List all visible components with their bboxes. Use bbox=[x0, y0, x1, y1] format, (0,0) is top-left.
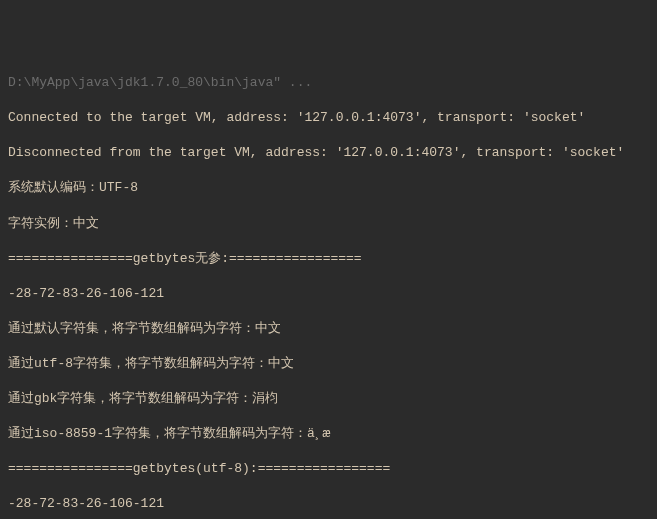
system-encoding-line: 系统默认编码：UTF-8 bbox=[8, 179, 649, 197]
section-title-1: ================getbytes(utf-8):========… bbox=[8, 460, 649, 478]
section-bytes-1: -28-72-83-26-106-121 bbox=[8, 495, 649, 513]
section-bytes-0: -28-72-83-26-106-121 bbox=[8, 285, 649, 303]
decode-utf8-0: 通过utf-8字符集，将字节数组解码为字符：中文 bbox=[8, 355, 649, 373]
section-title-0: ================getbytes无参:=============… bbox=[8, 250, 649, 268]
vm-disconnected-line: Disconnected from the target VM, address… bbox=[8, 144, 649, 162]
decode-iso-0: 通过iso-8859-1字符集，将字节数组解码为字符：ä¸­æ bbox=[8, 425, 649, 443]
char-instance-line: 字符实例：中文 bbox=[8, 215, 649, 233]
java-path-line: D:\MyApp\java\jdk1.7.0_80\bin\java" ... bbox=[8, 74, 649, 92]
vm-connected-line: Connected to the target VM, address: '12… bbox=[8, 109, 649, 127]
decode-default-0: 通过默认字符集，将字节数组解码为字符：中文 bbox=[8, 320, 649, 338]
decode-gbk-0: 通过gbk字符集，将字节数组解码为字符：涓枃 bbox=[8, 390, 649, 408]
